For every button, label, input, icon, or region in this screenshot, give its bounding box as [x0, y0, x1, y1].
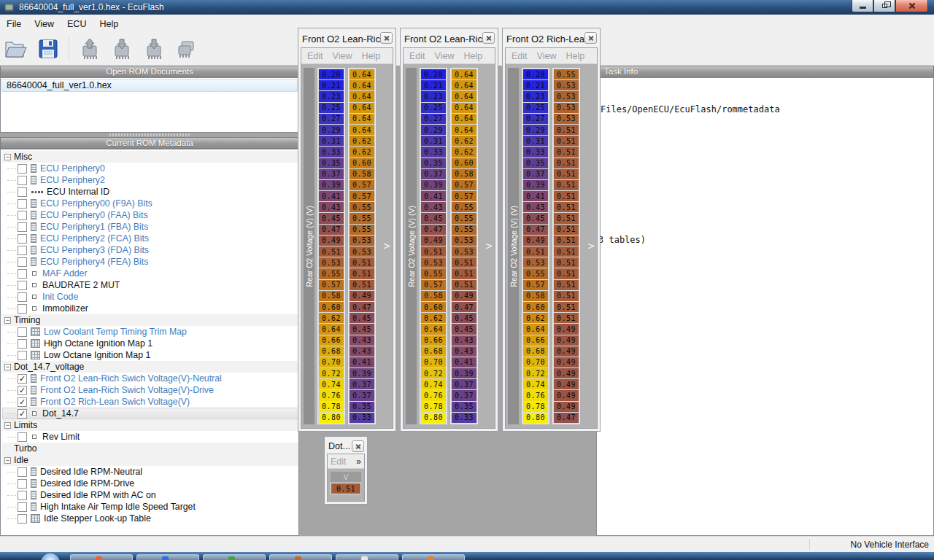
ecu-chip-icon[interactable]	[174, 36, 198, 61]
tree-checkbox[interactable]	[18, 222, 27, 232]
value-cell[interactable]: 0.53	[452, 246, 476, 257]
row-header-cell[interactable]: 0.78	[319, 402, 344, 412]
row-header-cell[interactable]: 0.72	[421, 368, 446, 378]
row-header-cell[interactable]: 0.51	[319, 246, 344, 257]
value-cell[interactable]: 0.51	[554, 246, 579, 257]
value-cell[interactable]: 0.51	[452, 280, 476, 290]
tree-item[interactable]: BAUDRATE 2 MUT	[2, 279, 298, 291]
tree-checkbox[interactable]	[18, 304, 27, 314]
value-cell[interactable]: 0.55	[452, 202, 476, 212]
value-cell[interactable]: 0.53	[554, 91, 579, 101]
value-cell[interactable]: 0.64	[452, 103, 476, 113]
row-header-cell[interactable]: 0.37	[319, 169, 344, 179]
row-header-cell[interactable]: 0.76	[421, 390, 446, 400]
row-header-cell[interactable]: 0.55	[319, 268, 344, 279]
value-cell[interactable]: 0.51	[350, 268, 374, 279]
row-header-cell[interactable]: 0.74	[421, 379, 446, 389]
value-cell[interactable]: 0.64	[350, 114, 374, 124]
row-header-cell[interactable]: 0.66	[319, 335, 344, 346]
open-rom-documents-list[interactable]: 86640004_full_ver1.0.hex	[0, 77, 299, 133]
tree-item[interactable]: ECU Periphery1 (FBA) Bits	[2, 221, 298, 233]
row-header-cell[interactable]: 0.55	[421, 268, 446, 279]
taskbar-app-button[interactable]	[203, 554, 266, 560]
row-header-cell[interactable]: 0.60	[523, 302, 548, 312]
tree-item[interactable]: ECU Periphery2 (FCA) Bits	[2, 233, 298, 244]
row-header-cell[interactable]: 0.45	[421, 213, 446, 223]
taskbar-app-button[interactable]	[402, 554, 465, 560]
collapse-icon[interactable]: −	[4, 364, 11, 370]
row-header-cell[interactable]: 0.27	[319, 114, 344, 124]
row-header-cell[interactable]: 0.41	[523, 191, 548, 201]
value-cell[interactable]: 0.58	[452, 169, 476, 179]
menu-help[interactable]: Help	[93, 17, 125, 31]
value-cell[interactable]: 0.51	[554, 213, 579, 223]
value-cell[interactable]: 0.51	[452, 268, 476, 279]
row-header-cell[interactable]: 0.39	[421, 180, 446, 190]
row-header-cell[interactable]: 0.29	[421, 125, 446, 135]
value-cell[interactable]: 0.35	[350, 402, 374, 412]
menu-ecu[interactable]: ECU	[61, 17, 93, 31]
tree-checkbox[interactable]: ✓	[18, 409, 27, 419]
row-header-cell[interactable]: 0.51	[523, 246, 548, 257]
tree-checkbox[interactable]	[18, 514, 27, 524]
row-header-cell[interactable]: 0.76	[319, 390, 344, 400]
row-header-cell[interactable]: 0.45	[523, 213, 548, 223]
value-cell[interactable]: 0.51	[554, 280, 579, 290]
menu-help[interactable]: Help	[566, 51, 584, 61]
value-cell[interactable]: 0.41	[350, 357, 374, 368]
row-header-cell[interactable]: 0.68	[523, 346, 548, 357]
row-header-cell[interactable]: 0.41	[319, 191, 344, 201]
tree-group[interactable]: Turbo	[2, 443, 298, 454]
menu-edit[interactable]: Edit	[409, 51, 425, 61]
row-header-cell[interactable]: 0.33	[421, 147, 446, 157]
tree-item[interactable]: High Octane Ignition Map 1	[2, 338, 298, 349]
close-icon[interactable]	[352, 440, 364, 452]
tree-item[interactable]: ✓Front O2 Lean-Rich Swich Voltage(V)-Dri…	[2, 384, 298, 396]
value-cell[interactable]: 0.51	[554, 169, 579, 179]
mini-window-titlebar[interactable]: Dot...	[327, 439, 365, 454]
row-header-cell[interactable]: 0.53	[319, 257, 344, 268]
value-cell[interactable]: 0.37	[452, 379, 476, 389]
row-header-cell[interactable]: 0.49	[421, 236, 446, 246]
tree-checkbox[interactable]	[18, 176, 27, 185]
row-header-cell[interactable]: 0.53	[421, 257, 446, 268]
value-cell[interactable]: 0.51	[554, 125, 579, 135]
menu-edit[interactable]: Edit	[307, 51, 323, 61]
table-window[interactable]: Front O2 Rich-Lea...EditViewHelpRear O2 …	[502, 28, 601, 432]
value-cell[interactable]: 0.49	[350, 291, 374, 301]
row-header-cell[interactable]: 0.27	[523, 114, 548, 124]
value-cell[interactable]: 0.47	[452, 302, 476, 312]
tree-checkbox[interactable]	[18, 339, 27, 349]
tree-item[interactable]: Desired Idle RPM-Neutral	[2, 466, 298, 478]
row-header-cell[interactable]: 0.43	[523, 202, 548, 212]
save-rom-icon[interactable]	[36, 36, 61, 61]
row-header-cell[interactable]: 0.55	[523, 268, 548, 279]
row-header-cell[interactable]: 0.45	[319, 213, 344, 223]
row-header-cell[interactable]: 0.23	[523, 91, 548, 101]
value-cell[interactable]: 0.51	[554, 257, 579, 268]
value-cell[interactable]: 0.41	[452, 357, 476, 368]
row-header-cell[interactable]: 0.68	[421, 346, 446, 357]
value-cell[interactable]: 0.49	[554, 379, 579, 389]
row-header-cell[interactable]: 0.60	[319, 302, 344, 312]
tree-checkbox[interactable]	[18, 502, 27, 512]
row-header-cell[interactable]: 0.27	[421, 114, 446, 124]
row-header-cell[interactable]: 0.21	[421, 80, 446, 90]
value-cell[interactable]: 0.49	[554, 402, 579, 412]
tree-item[interactable]: Rev Limit	[2, 431, 298, 443]
value-cell[interactable]: 0.53	[350, 246, 374, 257]
row-header-cell[interactable]: 0.39	[319, 180, 344, 190]
value-cell[interactable]: 0.64	[452, 91, 476, 101]
row-header-cell[interactable]: 0.33	[319, 147, 344, 157]
value-cell[interactable]: 0.57	[452, 180, 476, 190]
tree-item[interactable]: High Intake Air Temp Idle Speed Target	[2, 501, 298, 513]
value-cell[interactable]: 0.43	[350, 335, 374, 346]
row-header-cell[interactable]: 0.70	[523, 357, 548, 368]
windows-taskbar[interactable]	[0, 552, 934, 560]
menu-view[interactable]: View	[537, 51, 557, 61]
tree-checkbox[interactable]	[18, 479, 27, 489]
value-cell[interactable]: 0.45	[350, 313, 374, 323]
value-cell[interactable]: 0.39	[452, 368, 476, 378]
tree-group[interactable]: −Idle	[2, 454, 298, 466]
value-cell[interactable]: 0.45	[452, 313, 476, 323]
